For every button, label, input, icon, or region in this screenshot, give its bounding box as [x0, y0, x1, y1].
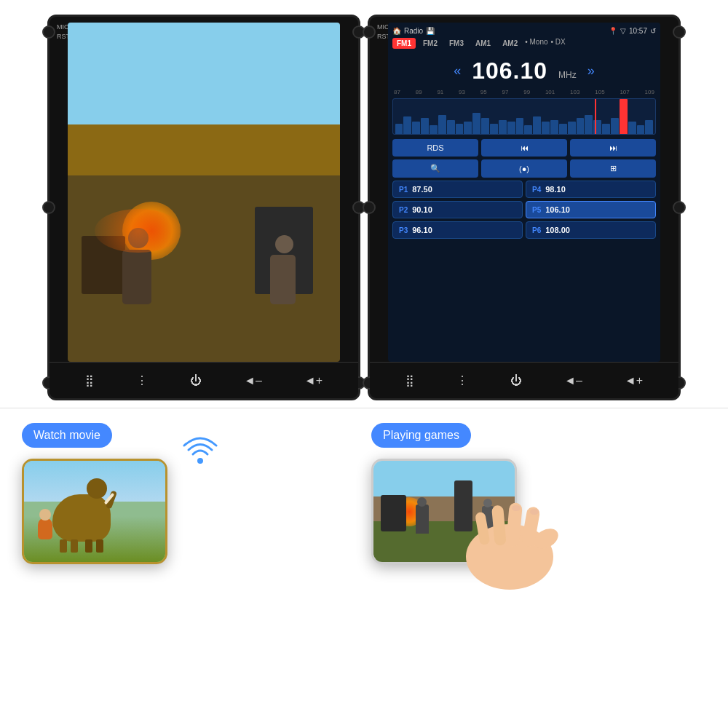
- preset-p3[interactable]: P3 96.10: [392, 221, 523, 239]
- band-selector: FM1 FM2 FM3 AM1 AM2 • Mono • DX: [392, 38, 656, 49]
- search-button[interactable]: 🔍: [392, 159, 478, 178]
- spec-bar-9: [464, 122, 472, 134]
- freq-prev[interactable]: «: [454, 63, 461, 79]
- preset-p6-freq: 108.00: [545, 226, 570, 234]
- left-controls-bar: ⣿ ⋮ ⏻ ◄– ◄+: [50, 362, 358, 398]
- band-fm2[interactable]: FM2: [419, 38, 442, 49]
- spec-bar-14: [507, 122, 515, 134]
- freq-next[interactable]: »: [587, 63, 595, 79]
- spec-bar-29: [637, 125, 645, 134]
- location-icon: 📍: [609, 27, 617, 35]
- svg-point-0: [197, 458, 203, 464]
- right-controls-bar: ⣿ ⋮ ⏻ ◄– ◄+: [370, 362, 678, 398]
- mammoth-head: [87, 478, 107, 499]
- spec-bar-26: [611, 118, 619, 134]
- rds-button[interactable]: RDS: [392, 139, 478, 157]
- sid-figure: [38, 518, 52, 539]
- preset-p4-freq: 98.10: [545, 185, 566, 194]
- preset-p4-label: P4: [532, 186, 541, 194]
- preset-p5-label: P5: [532, 206, 541, 214]
- game-phone-with-hand: [371, 459, 517, 564]
- mount-tab-mid-right-r: [673, 201, 686, 214]
- wifi-svg: [182, 430, 218, 467]
- spec-bar-18: [542, 122, 550, 134]
- preset-p2-label: P2: [399, 206, 408, 214]
- mount-tab-top-left-r: [363, 25, 376, 39]
- bottom-section: Watch movie: [0, 408, 728, 579]
- ctrl-vol-up-right[interactable]: ◄+: [625, 374, 643, 387]
- top-section: MICRST: [0, 0, 728, 408]
- mammoth-leg1: [60, 539, 67, 553]
- radio-controls-row1: RDS ⏮ ⏭: [392, 139, 656, 157]
- band-am1[interactable]: AM1: [471, 38, 495, 49]
- home-icon: 🏠: [392, 27, 401, 35]
- battery-icon: ↺: [650, 27, 656, 35]
- spec-bar-2: [403, 116, 411, 134]
- signal-button[interactable]: (●): [481, 159, 567, 178]
- spec-bar-22: [577, 118, 585, 134]
- svg-point-7: [530, 509, 539, 515]
- freq-display: « 106.10 MHz »: [392, 58, 656, 84]
- next-track-button[interactable]: ⏭: [570, 139, 656, 157]
- ctrl-power-right[interactable]: ⏻: [510, 374, 522, 387]
- ctrl-power-left[interactable]: ⏻: [190, 374, 202, 387]
- left-device-frame: MICRST: [47, 15, 360, 400]
- mammoth-body: [52, 494, 111, 542]
- preset-p2[interactable]: P2 90.10: [392, 201, 523, 218]
- radio-title: Radio: [404, 27, 423, 35]
- ctrl-vol-down-left[interactable]: ◄–: [244, 374, 262, 387]
- spec-bar-5: [430, 125, 438, 134]
- band-fm3[interactable]: FM3: [445, 38, 468, 49]
- ctrl-eq-right[interactable]: ⣿: [405, 373, 414, 387]
- ice-age-scene: [24, 461, 165, 562]
- left-screen: [68, 23, 340, 362]
- mammoth-leg3: [96, 539, 103, 553]
- preset-p1[interactable]: P1 87.50: [392, 181, 523, 198]
- preset-p1-freq: 87.50: [412, 185, 432, 194]
- mammoth-leg2: [71, 539, 78, 553]
- preset-p6[interactable]: P6 108.00: [526, 221, 656, 239]
- radio-ui: 🏠 Radio 💾 📍 ▽ 10:57 ↺ FM1 FM2 FM3: [388, 23, 660, 362]
- spec-bar-6: [438, 115, 446, 134]
- eq-button[interactable]: ⊞: [570, 159, 656, 178]
- spec-bar-active: [620, 99, 628, 134]
- ctrl-dots-right[interactable]: ⋮: [456, 373, 468, 387]
- radio-header: 🏠 Radio 💾 📍 ▽ 10:57 ↺: [392, 27, 656, 35]
- mount-tab-mid-left: [42, 201, 55, 214]
- right-device-frame: MICRST 🏠 Radio 💾 📍 ▽ 10:57 ↺: [368, 15, 681, 400]
- spec-bar-12: [490, 124, 498, 134]
- spec-bar-8: [456, 124, 464, 134]
- hand-container: [444, 484, 575, 593]
- band-am2[interactable]: AM2: [498, 38, 522, 49]
- mount-tab-top-left: [42, 25, 55, 39]
- spec-bar-13: [499, 120, 507, 134]
- spec-bar-19: [550, 120, 558, 134]
- ctrl-dots-left[interactable]: ⋮: [136, 373, 148, 387]
- spectrum-labels: 8789919395 9799101103105 107109: [392, 89, 656, 95]
- ctrl-vol-down-right[interactable]: ◄–: [564, 374, 582, 387]
- watch-movie-label: Watch movie: [22, 423, 112, 448]
- prev-track-button[interactable]: ⏮: [481, 139, 567, 157]
- spec-bar-15: [516, 118, 524, 134]
- radio-controls-row2: 🔍 (●) ⊞: [392, 159, 656, 178]
- spec-bar-11: [481, 118, 489, 134]
- mono-indicator: • Mono: [525, 38, 547, 49]
- spec-bar-28: [628, 122, 636, 134]
- spectrum-display: [392, 98, 656, 135]
- preset-p3-freq: 96.10: [412, 226, 432, 234]
- svg-point-8: [512, 505, 521, 511]
- spec-bar-20: [559, 124, 567, 134]
- spec-bar-1: [395, 124, 403, 134]
- preset-p4[interactable]: P4 98.10: [526, 181, 656, 198]
- spectrum-cursor: [595, 99, 596, 134]
- figure-2: [270, 235, 299, 301]
- playing-games-label: Playing games: [371, 423, 471, 448]
- spec-bar-21: [568, 122, 576, 134]
- band-fm1[interactable]: FM1: [392, 38, 416, 49]
- wifi-icon-area: [182, 430, 218, 470]
- ctrl-vol-up-left[interactable]: ◄+: [304, 374, 323, 387]
- ctrl-eq-left[interactable]: ⣿: [85, 373, 94, 387]
- sm-figure-1: [416, 505, 429, 534]
- sm-building-1: [381, 495, 406, 531]
- preset-p5[interactable]: P5 106.10: [526, 201, 656, 218]
